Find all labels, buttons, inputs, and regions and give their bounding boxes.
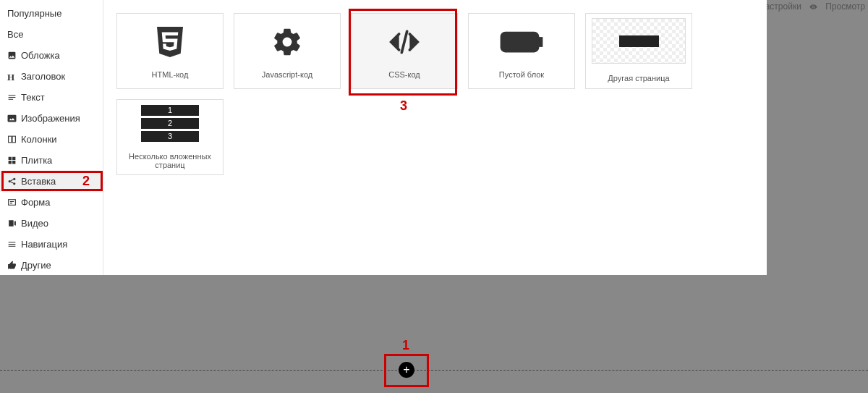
text-icon xyxy=(7,93,17,102)
sidebar-item-label: Заголовок xyxy=(21,71,65,82)
thumbs-up-icon xyxy=(7,261,17,270)
svg-rect-7 xyxy=(538,38,542,46)
card-empty[interactable]: Пустой блок xyxy=(468,13,575,89)
sidebar-item-text[interactable]: Текст xyxy=(0,87,103,108)
card-label: Javascript-код xyxy=(259,70,315,79)
svg-point-3 xyxy=(13,178,15,180)
heading-icon: H xyxy=(7,72,17,81)
sidebar-item-form[interactable]: Форма xyxy=(0,192,103,213)
card-label: CSS-код xyxy=(386,70,423,79)
image-icon xyxy=(7,51,17,60)
svg-rect-1 xyxy=(12,136,15,143)
sidebar-item-tiles[interactable]: Плитка xyxy=(0,150,103,171)
preview-link[interactable]: Просмотр xyxy=(809,1,865,12)
nested-pages-icon: 1 2 3 xyxy=(141,105,199,142)
video-icon xyxy=(7,219,17,228)
content-grid: HTML-код Javascript-код CSS-код Пустой б… xyxy=(103,0,767,275)
sidebar-item-label: Видео xyxy=(21,218,48,229)
card-label: HTML-код xyxy=(149,70,192,79)
sidebar-item-label: Обложка xyxy=(21,50,60,61)
sidebar-item-images[interactable]: Изображения xyxy=(0,108,103,129)
sidebar-item-other[interactable]: Другие xyxy=(0,255,103,276)
form-icon xyxy=(7,198,17,207)
sidebar-item-cover[interactable]: Обложка xyxy=(0,45,103,66)
sidebar-item-label: Навигация xyxy=(21,239,67,250)
gear-icon xyxy=(271,24,303,60)
sidebar-item-navigation[interactable]: Навигация xyxy=(0,234,103,255)
sidebar: Популярные Все Обложка H Заголовок Текст… xyxy=(0,0,103,275)
card-nested-pages[interactable]: 1 2 3 Несколько вложенных страниц xyxy=(116,99,224,175)
html5-icon xyxy=(155,24,185,60)
sidebar-item-columns[interactable]: Колонки xyxy=(0,129,103,150)
card-label: Другая страница xyxy=(605,74,672,83)
annotation-number-2: 2 xyxy=(82,174,90,189)
sidebar-item-label: Все xyxy=(7,29,23,40)
sidebar-item-video[interactable]: Видео xyxy=(0,213,103,234)
add-block-button[interactable]: + xyxy=(399,362,414,378)
page-thumbnail xyxy=(592,18,686,64)
sidebar-item-label: Плитка xyxy=(21,155,52,166)
picture-icon xyxy=(7,114,17,123)
sidebar-item-label: Другие xyxy=(21,260,51,271)
battery-empty-icon xyxy=(500,24,543,60)
sidebar-item-heading[interactable]: H Заголовок xyxy=(0,66,103,87)
sidebar-item-label: Форма xyxy=(21,197,51,208)
sidebar-item-label: Вставка xyxy=(21,176,56,187)
grid-icon xyxy=(7,156,17,165)
sidebar-item-label: Текст xyxy=(21,92,45,103)
svg-rect-6 xyxy=(502,33,538,51)
card-other-page[interactable]: Другая страница xyxy=(585,13,692,89)
code-icon xyxy=(386,24,422,60)
annotation-number-1: 1 xyxy=(402,338,409,353)
svg-rect-0 xyxy=(9,136,12,143)
svg-point-2 xyxy=(9,180,11,182)
card-label: Несколько вложенных страниц xyxy=(117,152,223,169)
card-html[interactable]: HTML-код xyxy=(116,13,224,89)
svg-rect-5 xyxy=(9,200,16,206)
share-icon xyxy=(7,177,17,186)
nav-icon xyxy=(7,240,17,249)
sidebar-item-label: Популярные xyxy=(7,8,61,19)
sidebar-item-label: Изображения xyxy=(21,113,80,124)
svg-point-4 xyxy=(13,182,15,185)
columns-icon xyxy=(7,135,17,144)
annotation-number-3: 3 xyxy=(400,98,407,114)
sidebar-item-all[interactable]: Все xyxy=(0,24,103,45)
sidebar-item-label: Колонки xyxy=(21,134,57,145)
insert-line xyxy=(0,370,868,371)
eye-icon xyxy=(809,3,817,11)
preview-label: Просмотр xyxy=(825,1,865,12)
sidebar-item-popular[interactable]: Популярные xyxy=(0,3,103,24)
card-js[interactable]: Javascript-код xyxy=(234,13,341,89)
card-label: Пустой блок xyxy=(496,70,547,79)
card-css[interactable]: CSS-код xyxy=(351,13,458,89)
